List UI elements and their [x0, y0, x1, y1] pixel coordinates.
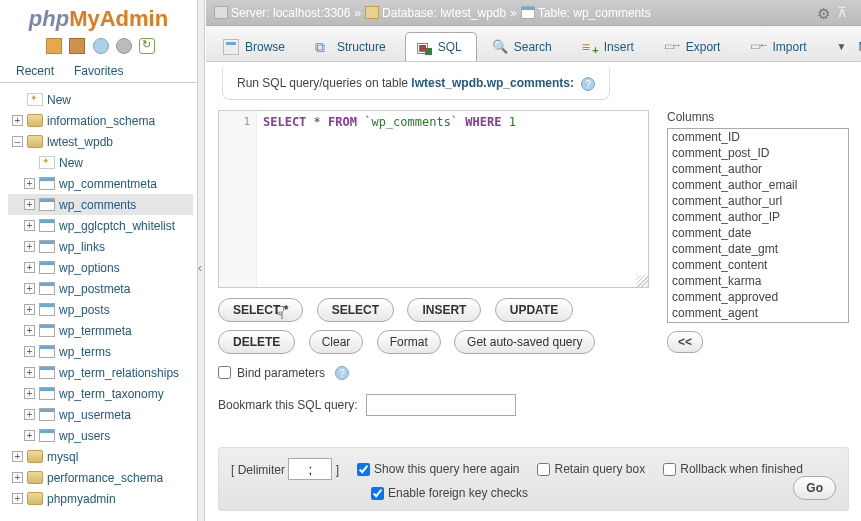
tab-export[interactable]: Export: [653, 32, 736, 61]
tree-node[interactable]: +wp_postmeta: [8, 278, 193, 299]
expander-icon[interactable]: +: [12, 472, 23, 483]
show-again-checkbox[interactable]: [357, 463, 370, 476]
column-option[interactable]: comment_date: [668, 225, 848, 241]
tab-favorites[interactable]: Favorites: [64, 60, 133, 82]
docs-icon[interactable]: [67, 38, 83, 54]
insert-column-button[interactable]: <<: [667, 331, 703, 353]
delimiter-input[interactable]: [288, 458, 332, 480]
column-option[interactable]: comment_author_url: [668, 193, 848, 209]
help-icon[interactable]: [91, 38, 107, 54]
update-button[interactable]: UPDATE: [495, 298, 573, 322]
tree-node[interactable]: +wp_term_taxonomy: [8, 383, 193, 404]
tree-node[interactable]: +wp_commentmeta: [8, 173, 193, 194]
expander-icon[interactable]: +: [12, 451, 23, 462]
tab-recent[interactable]: Recent: [6, 60, 64, 82]
column-option[interactable]: comment_post_ID: [668, 145, 848, 161]
tab-import[interactable]: Import: [739, 32, 821, 61]
expander-icon[interactable]: +: [24, 304, 35, 315]
collapse-handle[interactable]: [198, 0, 205, 521]
tree-node[interactable]: +wp_options: [8, 257, 193, 278]
collapse-top-icon[interactable]: [837, 4, 853, 20]
tree-node[interactable]: +information_schema: [8, 110, 193, 131]
rollback-row[interactable]: Rollback when finished: [663, 462, 803, 476]
tab-sql[interactable]: SQL: [405, 32, 477, 61]
tree-node[interactable]: +wp_usermeta: [8, 404, 193, 425]
reload-icon[interactable]: [137, 38, 153, 54]
expander-icon[interactable]: +: [12, 115, 23, 126]
home-icon[interactable]: [44, 38, 60, 54]
tree-node[interactable]: +wp_gglcptch_whitelist: [8, 215, 193, 236]
insert-button[interactable]: INSERT: [407, 298, 481, 322]
expander-icon[interactable]: +: [24, 430, 35, 441]
clear-button[interactable]: Clear: [309, 330, 364, 354]
column-option[interactable]: comment_author: [668, 161, 848, 177]
delete-button[interactable]: DELETE: [218, 330, 295, 354]
show-again-row[interactable]: Show this query here again: [357, 462, 519, 476]
format-button[interactable]: Format: [377, 330, 441, 354]
expander-icon[interactable]: +: [24, 199, 35, 210]
tree-node[interactable]: New: [8, 152, 193, 173]
column-option[interactable]: comment_author_IP: [668, 209, 848, 225]
column-option[interactable]: comment_karma: [668, 273, 848, 289]
settings-icon[interactable]: [114, 38, 130, 54]
expander-icon[interactable]: +: [24, 346, 35, 357]
column-option[interactable]: comment_date_gmt: [668, 241, 848, 257]
fk-checkbox[interactable]: [371, 487, 384, 500]
tree-node[interactable]: +phpmyadmin: [8, 488, 193, 509]
expander-icon[interactable]: +: [24, 409, 35, 420]
expander-icon[interactable]: +: [24, 388, 35, 399]
expander-icon[interactable]: –: [12, 136, 23, 147]
expander-icon[interactable]: +: [24, 241, 35, 252]
column-option[interactable]: comment_author_email: [668, 177, 848, 193]
tree-node[interactable]: +wp_termmeta: [8, 320, 193, 341]
sql-editor[interactable]: 1 SELECT * FROM `wp_comments` WHERE 1: [218, 110, 649, 288]
expander-icon[interactable]: +: [24, 178, 35, 189]
expander-icon[interactable]: +: [24, 220, 35, 231]
select-star-button[interactable]: SELECT *: [218, 298, 303, 322]
tab-structure[interactable]: Structure: [304, 32, 401, 61]
tree-node[interactable]: +wp_posts: [8, 299, 193, 320]
tab-browse[interactable]: Browse: [212, 32, 300, 61]
column-option[interactable]: comment_content: [668, 257, 848, 273]
columns-list[interactable]: comment_IDcomment_post_IDcomment_authorc…: [667, 128, 849, 323]
bind-params-checkbox[interactable]: [218, 366, 231, 379]
expander-icon[interactable]: +: [12, 493, 23, 504]
bc-table[interactable]: Table: wp_comments: [538, 6, 651, 20]
tree-node[interactable]: +mysql: [8, 446, 193, 467]
tree-node[interactable]: New: [8, 89, 193, 110]
tree-node[interactable]: +wp_term_relationships: [8, 362, 193, 383]
tree-node[interactable]: +performance_schema: [8, 467, 193, 488]
nav-tree[interactable]: New+information_schema–lwtest_wpdbNew+wp…: [0, 83, 197, 521]
column-option[interactable]: comment_ID: [668, 129, 848, 145]
tab-search[interactable]: Search: [481, 32, 567, 61]
tree-node[interactable]: +wp_terms: [8, 341, 193, 362]
expander-icon[interactable]: +: [24, 283, 35, 294]
help-icon[interactable]: ?: [335, 366, 349, 380]
column-option[interactable]: comment_type: [668, 321, 848, 323]
resize-handle[interactable]: [636, 275, 648, 287]
help-icon[interactable]: ?: [581, 77, 595, 91]
column-option[interactable]: comment_approved: [668, 289, 848, 305]
fk-row[interactable]: Enable foreign key checks: [371, 486, 836, 500]
tree-node[interactable]: +wp_users: [8, 425, 193, 446]
bc-database[interactable]: Database: lwtest_wpdb: [382, 6, 506, 20]
expander-icon[interactable]: +: [24, 262, 35, 273]
logo[interactable]: phpMyAdmin: [0, 0, 197, 34]
page-settings-icon[interactable]: [817, 5, 833, 21]
tree-node[interactable]: +wp_comments: [8, 194, 193, 215]
go-button[interactable]: Go: [793, 476, 836, 500]
autosaved-button[interactable]: Get auto-saved query: [454, 330, 595, 354]
editor-code[interactable]: SELECT * FROM `wp_comments` WHERE 1: [257, 111, 648, 287]
expander-icon[interactable]: +: [24, 367, 35, 378]
retain-row[interactable]: Retain query box: [537, 462, 645, 476]
bookmark-input[interactable]: [366, 394, 516, 416]
tree-node[interactable]: +wp_links: [8, 236, 193, 257]
bc-server[interactable]: Server: localhost:3306: [231, 6, 350, 20]
retain-checkbox[interactable]: [537, 463, 550, 476]
tab-insert[interactable]: Insert: [571, 32, 649, 61]
expander-icon[interactable]: +: [24, 325, 35, 336]
select-button[interactable]: SELECT: [317, 298, 394, 322]
tab-more[interactable]: More: [825, 32, 861, 61]
tree-node[interactable]: –lwtest_wpdb: [8, 131, 193, 152]
rollback-checkbox[interactable]: [663, 463, 676, 476]
